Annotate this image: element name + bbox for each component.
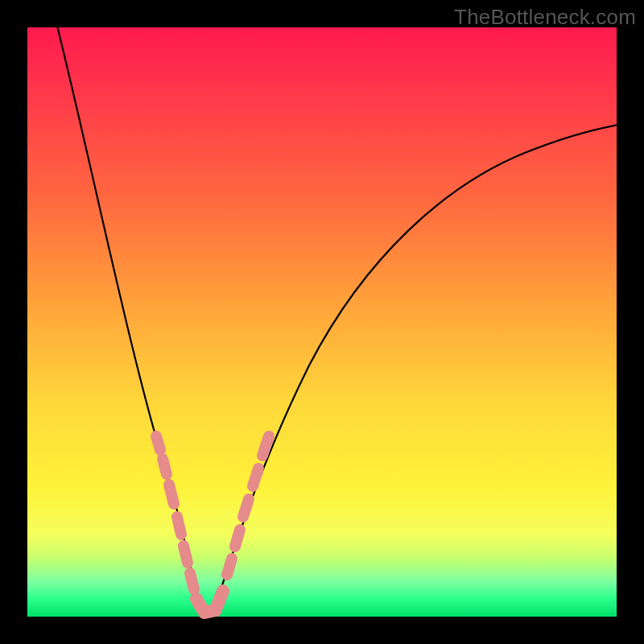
- marker-dot: [163, 459, 167, 474]
- marker-dot: [235, 530, 240, 547]
- marker-dot: [217, 591, 223, 605]
- marker-cluster-right: [227, 436, 269, 575]
- outer-frame: TheBottleneck.com: [0, 0, 644, 644]
- marker-dot: [156, 436, 160, 450]
- marker-dot: [190, 573, 194, 589]
- marker-dot: [177, 517, 181, 535]
- curve-right-branch: [217, 124, 623, 601]
- marker-dot: [169, 485, 174, 504]
- marker-dot: [253, 469, 258, 486]
- marker-cluster-bottom: [196, 591, 223, 613]
- marker-dot: [262, 436, 269, 456]
- plot-area: [27, 27, 617, 617]
- bottleneck-curve: [27, 27, 617, 617]
- marker-dot: [227, 559, 232, 575]
- watermark-text: TheBottleneck.com: [454, 5, 636, 30]
- marker-dot: [184, 546, 188, 563]
- marker-cluster-left: [156, 436, 194, 589]
- marker-dot: [243, 499, 249, 517]
